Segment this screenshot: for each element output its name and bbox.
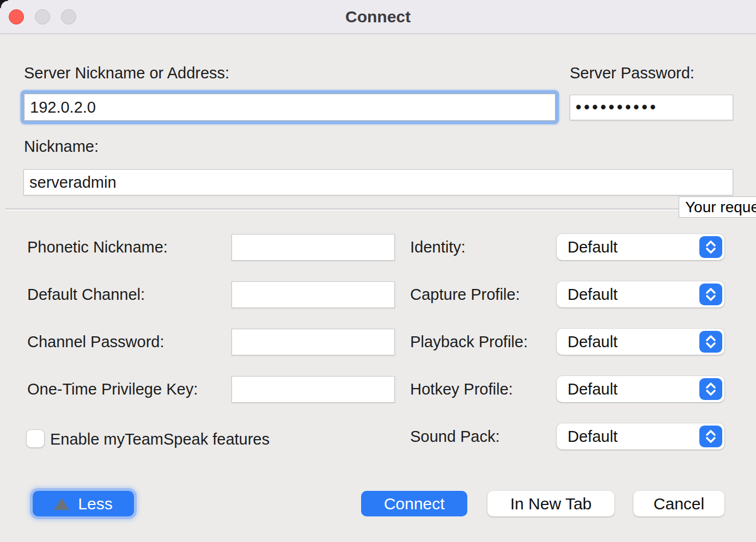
updown-chevron-icon <box>699 426 722 447</box>
connect-dialog: Connect Server Nickname or Address: Serv… <box>0 0 756 542</box>
section-divider <box>5 208 756 211</box>
nickname-label: Nickname: <box>24 138 99 156</box>
identity-dropdown[interactable]: Default <box>557 234 724 260</box>
identity-dropdown-value: Default <box>568 234 618 260</box>
cancel-button[interactable]: Cancel <box>633 491 724 516</box>
tooltip: Your reque <box>679 196 756 218</box>
sound-pack-label: Sound Pack: <box>410 423 499 449</box>
playback-profile-dropdown[interactable]: Default <box>557 329 724 355</box>
cancel-button-label: Cancel <box>654 495 704 513</box>
capture-profile-dropdown-value: Default <box>568 281 618 307</box>
connect-button[interactable]: Connect <box>361 491 467 516</box>
updown-chevron-icon <box>699 331 722 353</box>
enable-myteamspeak-label: Enable myTeamSpeak features <box>50 429 270 449</box>
in-new-tab-button-label: In New Tab <box>510 495 592 513</box>
enable-myteamspeak-checkbox[interactable] <box>26 429 45 448</box>
playback-profile-dropdown-value: Default <box>568 329 618 355</box>
server-address-input[interactable] <box>24 94 556 121</box>
server-password-label: Server Password: <box>570 64 694 82</box>
window-corner-notch <box>0 0 8 8</box>
updown-chevron-icon <box>699 284 722 305</box>
minimize-button <box>35 9 50 24</box>
sound-pack-dropdown[interactable]: Default <box>557 423 724 449</box>
phonetic-nickname-input[interactable] <box>231 234 395 261</box>
hotkey-profile-label: Hotkey Profile: <box>410 376 513 402</box>
hotkey-profile-dropdown-value: Default <box>568 376 618 402</box>
updown-chevron-icon <box>699 236 722 258</box>
default-channel-input[interactable] <box>231 281 395 308</box>
capture-profile-dropdown[interactable]: Default <box>557 281 724 307</box>
less-button-label: Less <box>78 495 112 513</box>
close-button[interactable] <box>9 9 24 24</box>
window-title: Connect <box>0 0 756 34</box>
server-password-input[interactable] <box>570 95 733 120</box>
zoom-button <box>61 9 76 24</box>
nickname-input[interactable] <box>23 169 733 195</box>
title-bar: Connect <box>0 0 756 34</box>
server-address-label: Server Nickname or Address: <box>24 64 229 82</box>
channel-password-input[interactable] <box>231 329 395 355</box>
collapse-triangle-icon <box>54 498 69 510</box>
phonetic-nickname-label: Phonetic Nickname: <box>27 234 168 260</box>
privilege-key-label: One-Time Privilege Key: <box>27 376 198 402</box>
playback-profile-label: Playback Profile: <box>410 329 528 355</box>
sound-pack-dropdown-value: Default <box>568 423 618 449</box>
identity-label: Identity: <box>410 234 466 260</box>
capture-profile-label: Capture Profile: <box>410 281 520 307</box>
updown-chevron-icon <box>699 378 722 400</box>
in-new-tab-button[interactable]: In New Tab <box>487 491 614 516</box>
channel-password-label: Channel Password: <box>27 329 164 355</box>
server-address-focus-ring <box>21 90 559 124</box>
less-button[interactable]: Less <box>33 491 134 516</box>
connect-button-label: Connect <box>384 495 445 513</box>
hotkey-profile-dropdown[interactable]: Default <box>557 376 724 402</box>
privilege-key-input[interactable] <box>231 376 395 403</box>
default-channel-label: Default Channel: <box>27 281 145 307</box>
